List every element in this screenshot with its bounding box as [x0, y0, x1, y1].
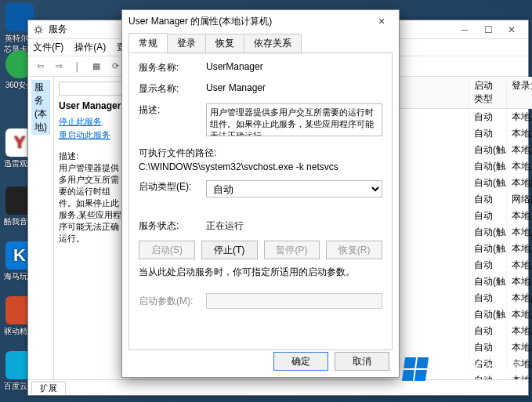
grid-header-logon[interactable]: 登录为 [507, 77, 532, 108]
cancel-button[interactable]: 取消 [335, 352, 389, 371]
dialog-titlebar: User Manager 的属性(本地计算机) × [122, 10, 399, 32]
description-textarea[interactable]: 用户管理器提供多用户交互所需要的运行时组件。如果停止此服务，某些应用程序可能无法… [206, 103, 382, 136]
svg-point-0 [36, 27, 41, 32]
search-input[interactable] [59, 81, 127, 96]
detail-desc: 用户管理器提供多用户交互所需要的运行时组件。如果停止此服务,某些应用程序可能无法… [59, 162, 127, 244]
toolbar-divider: │ [69, 59, 86, 74]
services-tree: 服务(本地) [28, 77, 54, 379]
detail-desc-label: 描述: [59, 150, 127, 162]
label-exe-path: 可执行文件的路径: [139, 147, 382, 160]
properties-dialog: User Manager 的属性(本地计算机) × 常规 登录 恢复 依存关系 … [121, 9, 400, 378]
minimize-button[interactable]: ─ [453, 24, 476, 35]
tab-general[interactable]: 常规 [128, 33, 168, 53]
services-title: 服务 [49, 23, 67, 36]
tab-dependencies[interactable]: 依存关系 [244, 34, 302, 54]
services-detail-pane: User Manager 停止此服务 重启动此服务 描述: 用户管理器提供多用户… [54, 77, 132, 379]
label-description: 描述: [139, 103, 206, 139]
tab-panel-general: 服务名称: UserManager 显示名称: User Manager 描述:… [128, 53, 393, 350]
toolbar-back-icon[interactable]: ⇦ [31, 59, 49, 74]
label-start-params: 启动参数(M): [139, 295, 206, 308]
label-display-name: 显示名称: [139, 82, 206, 96]
detail-heading: User Manager [59, 100, 127, 111]
link-stop-service[interactable]: 停止此服务 [59, 116, 127, 128]
startup-type-select[interactable]: 自动 [206, 180, 382, 197]
watermark-url: www.win10xitong.com [404, 382, 523, 393]
start-params-hint: 当从此处启动服务时，你可指定所适用的启动参数。 [139, 266, 382, 279]
tab-recovery[interactable]: 恢复 [205, 34, 244, 54]
label-startup-type: 启动类型(E): [139, 180, 206, 197]
toolbar-forward-icon[interactable]: ⇨ [50, 59, 67, 74]
tab-logon[interactable]: 登录 [167, 34, 206, 54]
maximize-button[interactable]: ☐ [476, 24, 500, 35]
toolbar-props-icon[interactable]: ▦ [88, 59, 105, 74]
dialog-title: User Manager 的属性(本地计算机) [128, 15, 371, 28]
value-exe-path: C:\WINDOWS\system32\svchost.exe -k netsv… [139, 161, 382, 172]
services-icon [33, 24, 44, 35]
start-button: 启动(S) [139, 241, 195, 259]
dialog-tabs: 常规 登录 恢复 依存关系 [122, 32, 399, 53]
tree-node-services-local[interactable]: 服务(本地) [31, 80, 50, 135]
value-service-status: 正在运行 [206, 219, 382, 233]
watermark-brand: 之家 [485, 358, 523, 379]
pause-button: 暂停(P) [264, 241, 320, 259]
menu-file[interactable]: 文件(F) [33, 41, 63, 54]
dialog-close-button[interactable]: × [371, 15, 393, 27]
value-display-name: User Manager [206, 82, 382, 96]
stop-button[interactable]: 停止(T) [201, 241, 258, 259]
close-button[interactable]: ✕ [500, 24, 523, 35]
footer-extend-tab[interactable]: 扩展 [31, 382, 66, 394]
ok-button[interactable]: 确定 [273, 352, 328, 371]
grid-header-startup[interactable]: 启动类型 [469, 77, 507, 108]
label-service-name: 服务名称: [139, 61, 206, 74]
menu-action[interactable]: 操作(A) [74, 41, 106, 54]
value-service-name: UserManager [206, 61, 382, 74]
label-service-status: 服务状态: [139, 219, 206, 233]
windows-logo-icon [402, 357, 429, 381]
start-params-input [206, 293, 382, 309]
watermark-brand: Win10 [432, 358, 485, 379]
watermark: Win10之家 www.win10xitong.com [404, 357, 523, 393]
link-restart-service[interactable]: 重启动此服务 [59, 129, 127, 141]
resume-button: 恢复(R) [326, 241, 382, 259]
